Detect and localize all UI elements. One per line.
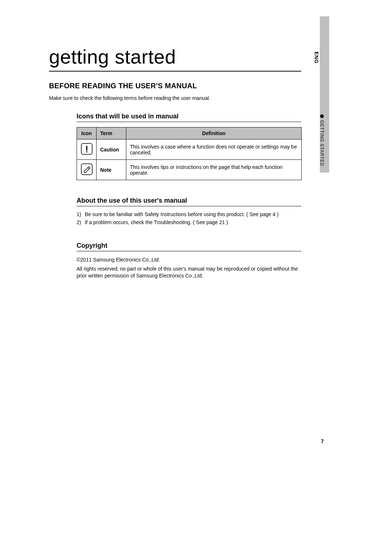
- copyright-line: ©2011 Samsung Electronics Co.,Ltd.: [77, 256, 301, 263]
- th-icon: Icon: [77, 127, 97, 139]
- list-item: If a problem occurs, check the Troublesh…: [77, 219, 301, 225]
- definition-cell: This involves a case where a function do…: [126, 139, 302, 160]
- list-item: Be sure to be familiar with Safety Instr…: [77, 211, 301, 217]
- icons-table: Icon Term Definition Caution This involv…: [77, 127, 302, 180]
- caution-icon: [81, 143, 93, 155]
- table-row: Note This involves tips or instructions …: [77, 160, 302, 180]
- heading-about: About the use of this user's manual: [77, 197, 301, 206]
- term-cell: Caution: [97, 139, 126, 160]
- table-header-row: Icon Term Definition: [77, 127, 302, 139]
- page-title: getting started: [49, 45, 301, 68]
- bullet-icon: [320, 114, 324, 118]
- section-label-wrap: GETTING STARTED: [314, 114, 324, 166]
- title-underline: [49, 71, 301, 72]
- table-row: Caution This involves a case where a fun…: [77, 139, 302, 160]
- caution-icon-cell: [77, 139, 97, 160]
- about-list: Be sure to be familiar with Safety Instr…: [77, 211, 301, 225]
- copyright-block: ©2011 Samsung Electronics Co.,Ltd. All r…: [77, 256, 301, 279]
- page-content: getting started BEFORE READING THE USER'…: [49, 45, 301, 281]
- heading-copyright: Copyright: [77, 242, 301, 251]
- heading-icons: Icons that will be used in manual: [77, 113, 301, 122]
- th-definition: Definition: [126, 127, 302, 139]
- sidebar: ENG GETTING STARTED: [314, 52, 324, 168]
- note-icon: [81, 163, 93, 175]
- definition-cell: This involves tips or instructions on th…: [126, 160, 302, 180]
- intro-text: Make sure to check the following terms b…: [49, 95, 301, 101]
- heading-before-reading: BEFORE READING THE USER'S MANUAL: [49, 82, 301, 90]
- note-icon-cell: [77, 160, 97, 180]
- term-cell: Note: [97, 160, 126, 180]
- section-label: GETTING STARTED: [319, 120, 324, 166]
- th-term: Term: [97, 127, 126, 139]
- page-number: 7: [321, 438, 324, 444]
- language-label: ENG: [314, 52, 319, 64]
- copyright-line: All rights reserved; no part or whole of…: [77, 266, 301, 279]
